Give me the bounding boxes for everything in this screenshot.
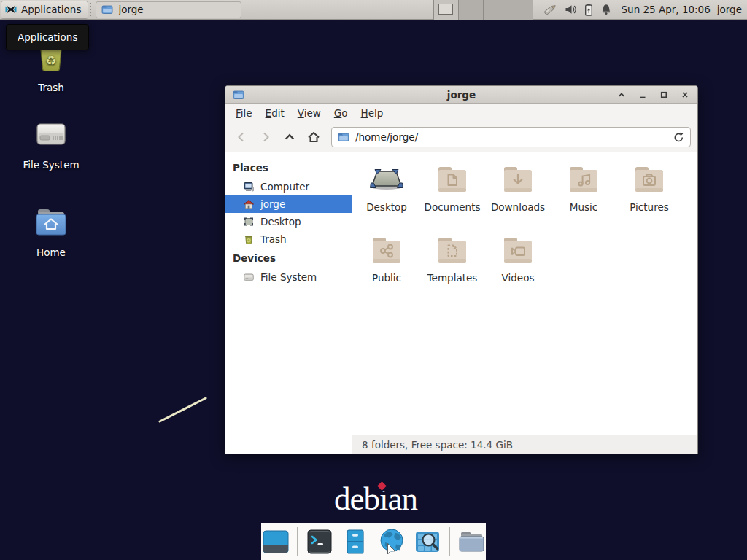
sidebar-item-desktop[interactable]: Desktop [225, 213, 352, 230]
dock [261, 523, 486, 560]
workspace-2[interactable] [459, 0, 484, 20]
path-bar[interactable]: /home/jorge/ [331, 127, 691, 147]
stylus-tray-icon[interactable] [543, 3, 557, 16]
sidebar-item-jorge[interactable]: jorge [225, 195, 352, 213]
folder-icon [338, 131, 349, 143]
applications-tooltip: Applications [6, 24, 89, 50]
sidebar-item-label: Desktop [260, 216, 301, 228]
terminal-icon[interactable] [305, 527, 333, 556]
shade-icon[interactable] [616, 90, 627, 100]
menu-go[interactable]: Go [328, 105, 355, 121]
show-desktop-icon[interactable] [261, 527, 290, 556]
close-icon[interactable] [680, 90, 690, 100]
file-item-pictures[interactable]: Pictures [616, 162, 682, 233]
folder-documents-icon [435, 162, 470, 197]
file-label: Downloads [491, 201, 545, 213]
sidebar-header-places: Places [225, 158, 352, 178]
home-icon[interactable] [304, 128, 323, 147]
xfce-menu-icon [5, 4, 17, 15]
minimize-icon[interactable] [638, 90, 648, 100]
status-bar: 8 folders, Free space: 14.4 GiB [352, 435, 697, 454]
workspace-4[interactable] [508, 0, 533, 20]
taskbar-window-label: jorge [118, 4, 143, 15]
menu-help[interactable]: Help [355, 105, 390, 121]
panel-handle[interactable] [90, 3, 94, 16]
folder-public-icon [369, 233, 404, 268]
menu-edit[interactable]: Edit [259, 105, 291, 121]
desktop-icon [243, 216, 255, 228]
applications-menu-label: Applications [21, 4, 81, 15]
desktop-icon-label: Trash [38, 82, 64, 93]
notifications-bell-icon[interactable] [600, 4, 612, 15]
dock-separator [449, 527, 450, 556]
file-label: Documents [425, 201, 481, 213]
sidebar-item-label: jorge [260, 198, 285, 210]
file-label: Desktop [366, 201, 407, 213]
file-item-documents[interactable]: Documents [419, 162, 485, 233]
home-icon [243, 198, 255, 210]
file-item-videos[interactable]: Videos [485, 233, 551, 303]
file-item-desktop[interactable]: Desktop [354, 162, 419, 233]
battery-charging-icon[interactable] [584, 4, 593, 16]
sidebar-header-devices: Devices [225, 248, 352, 268]
trash-icon [243, 233, 255, 245]
back-icon[interactable] [232, 128, 251, 147]
file-item-downloads[interactable]: Downloads [485, 162, 551, 233]
file-grid: Desktop Documents [352, 152, 697, 435]
file-item-templates[interactable]: Templates [419, 233, 485, 303]
menu-view[interactable]: View [291, 105, 328, 121]
file-label: Videos [502, 272, 535, 284]
file-item-music[interactable]: Music [551, 162, 616, 233]
file-manager-icon[interactable] [341, 527, 370, 556]
up-icon[interactable] [280, 128, 299, 147]
file-label: Pictures [630, 201, 668, 213]
applications-menu-button[interactable]: Applications [1, 1, 88, 19]
sidebar-item-file-system[interactable]: File System [225, 268, 352, 286]
menu-file[interactable]: File [229, 105, 259, 121]
file-label: Music [570, 201, 597, 213]
harddrive-icon [243, 271, 255, 283]
debian-logo: debian [334, 480, 417, 518]
taskbar-window-button[interactable]: jorge [96, 1, 241, 18]
desktop-icon-label: File System [23, 159, 79, 171]
folder-icon [233, 89, 244, 101]
refresh-icon[interactable] [673, 132, 684, 143]
workspace-pager [433, 0, 533, 20]
web-browser-icon[interactable] [377, 527, 406, 556]
home-folder-icon [34, 204, 69, 239]
menubar: File Edit View Go Help [225, 104, 697, 122]
file-label: Public [372, 272, 401, 284]
sidebar-item-computer[interactable]: Computer [225, 178, 352, 195]
panel-clock[interactable]: Sun 25 Apr, 10:06 [622, 4, 711, 15]
computer-icon [243, 181, 255, 192]
svg-text:♻: ♻ [45, 53, 56, 68]
workspace-window-preview [438, 4, 453, 15]
file-label: Templates [427, 272, 478, 284]
folder-icon[interactable] [457, 527, 486, 556]
forward-icon[interactable] [256, 128, 275, 147]
sidebar-item-label: Computer [260, 181, 309, 192]
file-item-public[interactable]: Public [354, 233, 419, 303]
sidebar-item-trash[interactable]: Trash [225, 230, 352, 248]
desktop-icon [369, 162, 404, 197]
sidebar: Places Computer [225, 152, 352, 454]
workspace-1[interactable] [434, 0, 459, 20]
folder-templates-icon [435, 233, 470, 268]
sidebar-item-label: File System [260, 271, 317, 283]
sidebar-item-label: Trash [260, 233, 287, 245]
titlebar[interactable]: jorge [225, 86, 697, 104]
desktop-icon-home[interactable]: Home [16, 204, 86, 258]
app-finder-icon[interactable] [413, 527, 441, 556]
dock-separator [297, 527, 298, 556]
panel-user-label[interactable]: jorge [717, 4, 742, 15]
cursor-trail-line [155, 394, 213, 426]
desktop-icon-file-system[interactable]: File System [16, 117, 86, 171]
maximize-icon[interactable] [659, 90, 669, 100]
path-input[interactable]: /home/jorge/ [355, 131, 667, 143]
workspace-3[interactable] [484, 0, 508, 20]
folder-downloads-icon [500, 162, 535, 197]
top-panel: Applications jorge [0, 0, 747, 20]
volume-icon[interactable] [565, 4, 577, 15]
status-text: 8 folders, Free space: 14.4 GiB [362, 439, 513, 451]
folder-pictures-icon [632, 162, 667, 197]
